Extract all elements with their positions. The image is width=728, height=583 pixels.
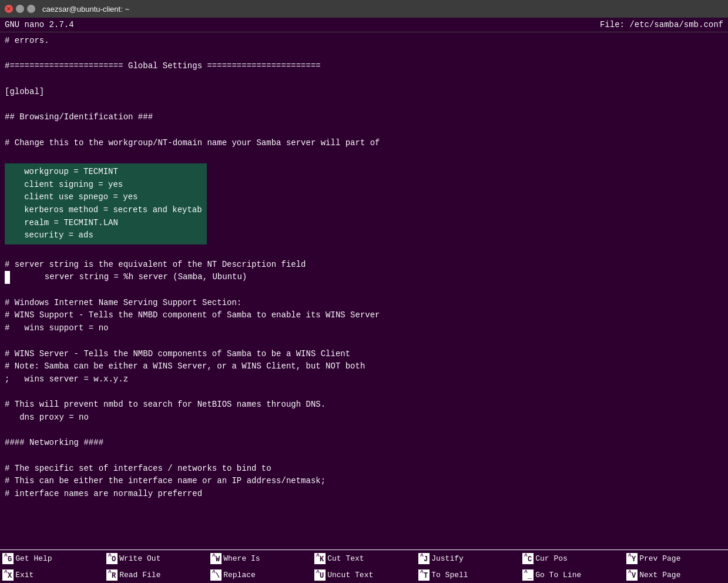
window-title: caezsar@ubuntu-client: ~ [42, 5, 129, 14]
footer-item-tospell[interactable]: ^T To Spell [416, 569, 520, 581]
editor-line: #### Networking #### [0, 437, 728, 450]
window-buttons: ✕ [5, 5, 35, 13]
key-prev-page: ^Y [626, 553, 638, 564]
label-where-is: Where Is [223, 554, 260, 563]
sel-line: realm = TECMINT.LAN [9, 217, 202, 230]
key-go-to-line: ^_ [522, 569, 534, 581]
editor-line: ; wins server = w.x.y.z [0, 373, 728, 386]
footer-item-gotoline[interactable]: ^_ Go To Line [520, 569, 624, 581]
key-cur-pos: ^C [522, 553, 534, 564]
label-uncut-text: Uncut Text [327, 571, 373, 579]
label-go-to-line: Go To Line [535, 571, 581, 579]
footer-row-2: ^X Exit ^R Read File ^\ Replace ^U Uncut… [0, 567, 728, 583]
editor-line: # Windows Internet Name Serving Support … [0, 297, 728, 310]
key-next-page: ^V [626, 569, 638, 581]
editor-line: # The specific set of interfaces / netwo… [0, 463, 728, 475]
key-exit: ^X [2, 569, 14, 581]
label-next-page: Next Page [639, 571, 680, 579]
editor-line: # server string is the equivalent of the… [0, 259, 728, 272]
editor-line [0, 246, 728, 259]
file-path: File: /etc/samba/smb.conf [600, 20, 723, 29]
footer-item-nextpage[interactable]: ^V Next Page [624, 569, 728, 581]
minimize-button[interactable] [16, 5, 24, 13]
editor-line [0, 149, 728, 162]
editor-line: # Note: Samba can be either a WINS Serve… [0, 360, 728, 373]
editor-area[interactable]: # errors. #======================= Globa… [0, 32, 728, 546]
editor-line: # WINS Server - Tells the NMBD component… [0, 348, 728, 361]
editor-line [0, 450, 728, 463]
label-cur-pos: Cur Pos [535, 554, 568, 563]
editor-line: # This can be either the interface name … [0, 475, 728, 488]
key-write-out: ^O [106, 553, 118, 564]
editor-line [0, 73, 728, 86]
key-to-spell: ^T [418, 569, 430, 581]
footer-item-cut[interactable]: ^K Cut Text [312, 553, 416, 564]
nano-version: GNU nano 2.7.4 [5, 20, 74, 29]
footer-item-uncut[interactable]: ^U Uncut Text [312, 569, 416, 581]
editor-line: [global] [0, 86, 728, 99]
footer-row-1: ^G Get Help ^O Write Out ^W Where Is ^K … [0, 550, 728, 567]
footer-item-curpos[interactable]: ^C Cur Pos [520, 553, 624, 564]
footer-item-readfile[interactable]: ^R Read File [104, 569, 208, 581]
label-exit: Exit [15, 571, 33, 579]
editor-line [0, 284, 728, 297]
label-replace: Replace [223, 571, 256, 579]
label-get-help: Get Help [15, 554, 52, 563]
editor-line: # wins support = no [0, 322, 728, 335]
sel-line: workgroup = TECMINT [9, 166, 202, 179]
maximize-button[interactable] [27, 5, 35, 13]
label-cut-text: Cut Text [327, 554, 364, 563]
key-replace: ^\ [210, 569, 222, 581]
editor-line: server string = %h server (Samba, Ubuntu… [0, 271, 728, 284]
close-button[interactable]: ✕ [5, 5, 13, 13]
footer-item-help[interactable]: ^G Get Help [0, 553, 104, 564]
nano-header: GNU nano 2.7.4 File: /etc/samba/smb.conf [0, 18, 728, 32]
sel-line: client signing = yes [9, 179, 202, 192]
key-cut-text: ^K [314, 553, 326, 564]
editor-line: # interface names are normally preferred [0, 488, 728, 501]
footer-item-prevpage[interactable]: ^Y Prev Page [624, 553, 728, 564]
label-prev-page: Prev Page [639, 554, 680, 563]
label-justify: Justify [431, 554, 464, 563]
editor-line: # WINS Support - Tells the NMBD componen… [0, 309, 728, 322]
key-uncut-text: ^U [314, 569, 326, 581]
label-write-out: Write Out [119, 554, 160, 563]
sel-line: kerberos method = secrets and keytab [9, 204, 202, 217]
footer-item-where[interactable]: ^W Where Is [208, 553, 312, 564]
footer-item-exit[interactable]: ^X Exit [0, 569, 104, 581]
footer-item-replace[interactable]: ^\ Replace [208, 569, 312, 581]
cursor [5, 271, 10, 284]
key-read-file: ^R [106, 569, 118, 581]
editor-line: ## Browsing/Identification ### [0, 111, 728, 124]
sel-line: client use spnego = yes [9, 191, 202, 204]
key-where-is: ^W [210, 553, 222, 564]
editor-line: #======================= Global Settings… [0, 60, 728, 73]
editor-line [0, 124, 728, 137]
editor-line: dns proxy = no [0, 411, 728, 424]
selected-text-block: workgroup = TECMINT client signing = yes… [5, 163, 207, 244]
editor-line: # This will prevent nmbd to search for N… [0, 398, 728, 411]
editor-line [0, 48, 728, 61]
editor-line [0, 98, 728, 111]
label-read-file: Read File [119, 571, 160, 579]
editor-line: # errors. [0, 35, 728, 48]
editor-line [0, 335, 728, 348]
title-bar: ✕ caezsar@ubuntu-client: ~ [0, 0, 728, 18]
editor-line [0, 424, 728, 437]
key-get-help: ^G [2, 553, 14, 564]
label-to-spell: To Spell [431, 571, 468, 579]
editor-line [0, 386, 728, 399]
editor-line: # Change this to the workgroup/NT-domain… [0, 137, 728, 150]
sel-line: security = ads [9, 229, 202, 242]
key-justify: ^J [418, 553, 430, 564]
footer-item-justify[interactable]: ^J Justify [416, 553, 520, 564]
footer-item-write[interactable]: ^O Write Out [104, 553, 208, 564]
footer-bar: ^G Get Help ^O Write Out ^W Where Is ^K … [0, 550, 728, 583]
